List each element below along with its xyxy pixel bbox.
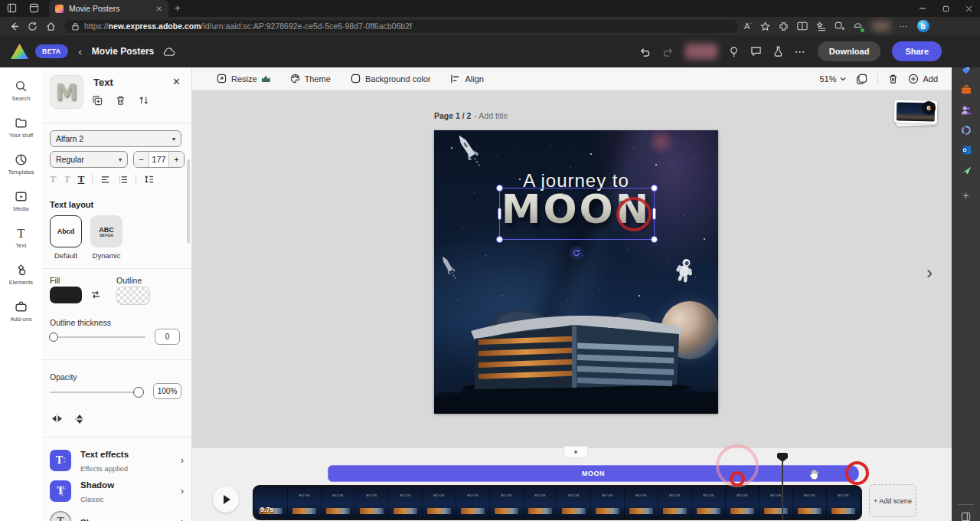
opacity-knob[interactable] xyxy=(133,387,144,398)
filmstrip-frame[interactable]: MOON xyxy=(456,487,490,519)
filmstrip-frame[interactable]: MOON xyxy=(625,487,658,519)
font-size-value[interactable]: 177 xyxy=(149,152,169,167)
delete-icon[interactable] xyxy=(116,95,126,106)
add-scene-button[interactable]: + Add scene xyxy=(869,484,916,517)
italic-button[interactable]: T xyxy=(64,173,70,185)
browser-essentials-icon[interactable] xyxy=(853,21,863,31)
plan-badge[interactable] xyxy=(685,44,717,59)
poster-canvas[interactable]: A journey to MOON xyxy=(434,130,718,414)
layout-default-button[interactable]: Abcd xyxy=(50,215,82,247)
workspaces-icon[interactable] xyxy=(7,3,18,14)
refresh-button[interactable] xyxy=(23,19,41,33)
selection-handle-w[interactable] xyxy=(498,208,501,220)
filmstrip-frame[interactable]: MOON xyxy=(591,487,625,519)
filmstrip-frame[interactable]: MOON xyxy=(793,487,827,519)
shadow-row[interactable]: T Shadow Classic › xyxy=(50,477,184,506)
delete-page-icon[interactable] xyxy=(888,74,898,84)
lightbulb-icon[interactable] xyxy=(729,46,739,57)
playhead[interactable] xyxy=(782,454,783,520)
duplicate-page-icon[interactable] xyxy=(856,74,867,84)
browser-menu-icon[interactable]: ⋯ xyxy=(900,21,909,31)
sidebar-item-your-stuff[interactable]: Your stuff xyxy=(0,116,42,139)
address-bar[interactable]: https://new.express.adobe.com/id/urn:aai… xyxy=(64,20,738,33)
selection-handle-se[interactable] xyxy=(651,236,658,243)
cloud-sync-icon[interactable] xyxy=(162,47,175,57)
filmstrip-frame[interactable]: MOON xyxy=(322,487,355,519)
window-close-button[interactable] xyxy=(957,0,980,17)
fill-color-swatch[interactable] xyxy=(50,287,82,303)
flip-vertical-icon[interactable] xyxy=(74,414,85,424)
filmstrip-frame[interactable]: MOON xyxy=(423,487,456,519)
share-button[interactable]: Share xyxy=(892,41,942,61)
duplicate-icon[interactable] xyxy=(92,95,103,106)
outline-thickness-slider[interactable] xyxy=(50,336,145,338)
arrange-layers-icon[interactable] xyxy=(139,95,149,106)
resize-button[interactable]: Resize xyxy=(217,74,270,84)
font-size-increase-button[interactable]: + xyxy=(169,152,184,167)
filmstrip-frame[interactable]: MOON xyxy=(760,487,793,519)
outline-color-swatch[interactable] xyxy=(116,287,150,305)
edge-designer-icon[interactable] xyxy=(959,123,972,136)
zoom-control[interactable]: 51% xyxy=(819,74,846,84)
outline-thickness-value[interactable]: 0 xyxy=(155,329,180,345)
read-aloud-icon[interactable]: Aᵕ xyxy=(744,21,752,31)
undo-icon[interactable] xyxy=(639,47,651,57)
more-options-icon[interactable]: ⋯ xyxy=(795,45,806,57)
redo-icon[interactable] xyxy=(662,47,674,57)
tab-groups-icon[interactable] xyxy=(835,21,844,31)
add-title-hint[interactable]: - Add title xyxy=(474,111,508,120)
font-family-select[interactable]: Alfarn 2▾ xyxy=(50,130,181,147)
theme-button[interactable]: Theme xyxy=(290,74,331,84)
shape-row[interactable]: T Shape › xyxy=(50,507,184,521)
opacity-slider[interactable] xyxy=(50,392,139,393)
beaker-icon[interactable] xyxy=(773,46,783,57)
filmstrip-frame[interactable]: MOON xyxy=(557,487,591,519)
filmstrip-frame[interactable]: MOON xyxy=(726,487,760,519)
selection-handle-sw[interactable] xyxy=(496,236,503,243)
comment-icon[interactable] xyxy=(750,46,762,57)
filmstrip-frame[interactable]: MOON xyxy=(524,487,557,519)
selection-handle-e[interactable] xyxy=(652,208,656,220)
font-size-decrease-button[interactable]: − xyxy=(134,152,149,167)
download-button[interactable]: Download xyxy=(818,41,881,61)
text-clip-bar[interactable]: MOON xyxy=(328,465,859,482)
rotate-handle[interactable] xyxy=(570,246,583,260)
bing-icon[interactable]: b xyxy=(917,20,929,32)
font-style-select[interactable]: Regular▾ xyxy=(50,151,128,168)
filmstrip-frame[interactable]: MOON xyxy=(288,487,322,519)
align-button[interactable]: Align xyxy=(450,74,483,84)
profile-avatar[interactable] xyxy=(871,21,891,31)
back-button[interactable] xyxy=(5,19,23,33)
sidebar-item-text[interactable]: T Text xyxy=(0,227,42,249)
bold-button[interactable]: T xyxy=(50,173,57,185)
canvas-area[interactable]: Page 1 / 2- Add title xyxy=(191,90,952,448)
window-maximize-button[interactable] xyxy=(934,0,957,17)
next-page-chevron[interactable]: › xyxy=(926,262,933,283)
edge-add-icon[interactable]: + xyxy=(959,188,972,202)
lock-icon[interactable] xyxy=(72,22,79,31)
edge-drop-icon[interactable] xyxy=(959,163,972,176)
collections-icon[interactable] xyxy=(816,21,826,31)
sidebar-item-add-ons[interactable]: Add-ons xyxy=(0,300,42,323)
swap-fill-outline-icon[interactable] xyxy=(90,290,101,300)
opacity-value[interactable]: 100% xyxy=(153,383,181,399)
layout-dynamic-button[interactable]: ABC DEFGH xyxy=(90,215,122,247)
underline-button[interactable]: T xyxy=(78,173,85,185)
outline-thickness-knob[interactable] xyxy=(49,333,58,342)
new-tab-button[interactable]: + xyxy=(175,2,181,15)
filmstrip-frame[interactable]: MOON xyxy=(389,487,423,519)
list-button[interactable] xyxy=(118,175,128,184)
extension-icon[interactable] xyxy=(779,21,789,31)
filmstrip-frame[interactable]: MOON xyxy=(658,487,692,519)
browser-tab[interactable]: Movie Posters ✕ xyxy=(49,0,168,17)
sidebar-item-elements[interactable]: Elements xyxy=(0,264,42,286)
adobe-express-logo[interactable] xyxy=(11,44,28,59)
add-page-button[interactable]: Add xyxy=(908,74,938,84)
timeline-collapse-button[interactable]: ▼ xyxy=(564,446,588,458)
filmstrip[interactable]: 9.7s MOONMOONMOONMOONMOONMOONMOONMOONMOO… xyxy=(253,485,862,520)
panel-close-icon[interactable]: ✕ xyxy=(172,76,181,87)
panel-scrollbar[interactable] xyxy=(187,159,190,244)
selection-handle-nw[interactable] xyxy=(496,185,503,192)
filmstrip-frame[interactable]: MOON xyxy=(490,487,524,519)
selection-handle-ne[interactable] xyxy=(651,185,658,192)
